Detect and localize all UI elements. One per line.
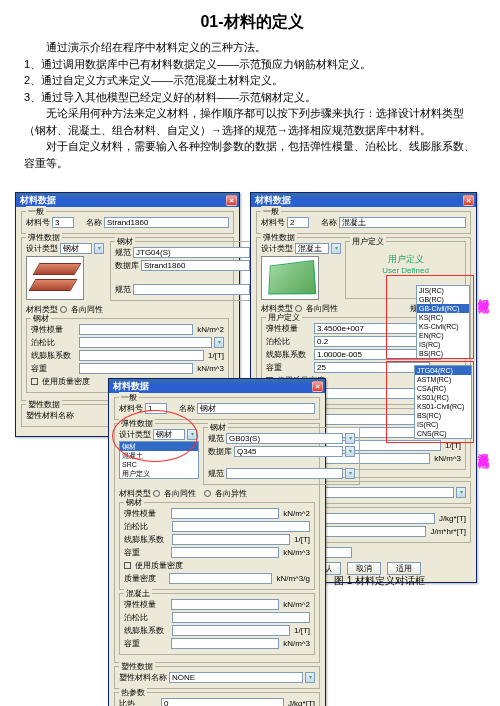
chk-use-mass[interactable] xyxy=(124,562,131,569)
list-item[interactable]: ASTM(RC) xyxy=(415,375,471,384)
unit-g: kN/m^3 xyxy=(283,548,310,557)
input-name[interactable] xyxy=(339,217,466,228)
radio-iso[interactable] xyxy=(60,306,67,313)
select-code2[interactable] xyxy=(133,284,250,295)
chk-use-mass[interactable] xyxy=(31,378,38,385)
titlebar[interactable]: 材料数据 × xyxy=(251,193,476,207)
chevron-down-icon[interactable]: ▾ xyxy=(331,243,341,254)
titlebar[interactable]: 材料数据 × xyxy=(109,379,325,393)
input-sh[interactable] xyxy=(161,698,284,707)
legend-general: 一般 xyxy=(26,206,46,217)
chevron-down-icon[interactable]: ▾ xyxy=(345,468,355,479)
unit-gc: kN/m^3 xyxy=(283,639,310,648)
input-E[interactable] xyxy=(171,508,279,519)
steel-code-list[interactable]: JIS(RC) GB(RC) GB-Civil(RC) KS(RC) KS-Ci… xyxy=(416,285,470,359)
input-a[interactable] xyxy=(79,350,204,361)
input-mass[interactable] xyxy=(169,573,272,584)
label-g: 容重 xyxy=(31,363,77,374)
chevron-down-icon[interactable]: ▾ xyxy=(345,433,355,444)
list-item[interactable]: IS(RC) xyxy=(415,420,471,429)
chevron-down-icon[interactable]: ▾ xyxy=(214,337,224,348)
select-plname[interactable] xyxy=(311,487,454,498)
list-item[interactable]: CNS(RC) xyxy=(415,429,471,438)
list-item[interactable]: CSA(RC) xyxy=(415,384,471,393)
select-code[interactable] xyxy=(226,433,343,444)
list-item[interactable]: SRC xyxy=(120,460,198,469)
close-icon[interactable]: × xyxy=(312,381,323,392)
list-item[interactable]: 钢材 xyxy=(120,442,198,451)
label-a: 线膨胀系数 xyxy=(124,534,170,545)
select-code2[interactable] xyxy=(226,468,343,479)
input-nuc[interactable] xyxy=(172,612,310,623)
input-a[interactable] xyxy=(172,534,290,545)
list-item[interactable]: JIS(RC) xyxy=(417,286,469,295)
type-option-list[interactable]: 钢材 混凝土 SRC 用户定义 xyxy=(119,441,199,479)
input-g[interactable] xyxy=(314,362,430,373)
figure-caption: 图 1 材料定义对话框 xyxy=(334,574,425,588)
radio-iso[interactable] xyxy=(153,490,160,497)
chevron-down-icon[interactable]: ▾ xyxy=(305,672,315,683)
input-E[interactable] xyxy=(314,323,430,334)
input-E[interactable] xyxy=(79,324,193,335)
list-item[interactable]: GB(RC) xyxy=(417,295,469,304)
unit-sh: J/kg*[T] xyxy=(439,514,466,523)
legend-elastic: 弹性数据 xyxy=(119,418,155,429)
input-no[interactable] xyxy=(52,217,74,228)
titlebar[interactable]: 材料数据 × xyxy=(16,193,239,207)
list-item[interactable]: BS(RC) xyxy=(415,411,471,420)
chevron-down-icon[interactable]: ▾ xyxy=(187,429,197,440)
close-icon[interactable]: × xyxy=(463,195,474,206)
radio-ortho[interactable] xyxy=(204,490,211,497)
list-item[interactable]: KS01-Civil(RC) xyxy=(415,402,471,411)
select-db[interactable] xyxy=(234,446,343,457)
label-name: 名称 xyxy=(179,403,195,414)
list-item[interactable]: GB-Civil(RC) xyxy=(417,304,469,313)
list-item[interactable]: IS(RC) xyxy=(417,340,469,349)
steel-props-section: 钢材 弹性模量kN/m^2 泊松比 线膨胀系数1/[T] 容重kN/m^3 使用… xyxy=(119,502,315,590)
list-item[interactable]: 用户定义 xyxy=(120,469,198,478)
input-nu[interactable] xyxy=(79,337,212,348)
input-Ec[interactable] xyxy=(314,414,430,425)
label-name: 名称 xyxy=(86,217,102,228)
input-g[interactable] xyxy=(79,363,193,374)
method-1: 1、通过调用数据库中已有材料数据定义——示范预应力钢筋材料定义。 xyxy=(24,56,480,73)
list-item[interactable]: EN(RC) xyxy=(417,331,469,340)
select-db[interactable] xyxy=(141,260,250,271)
label-E: 弹性模量 xyxy=(124,508,169,519)
unit-E: kN/m^2 xyxy=(197,325,224,334)
input-name[interactable] xyxy=(104,217,229,228)
input-nu[interactable] xyxy=(172,521,310,532)
input-no[interactable] xyxy=(145,403,167,414)
list-item[interactable]: 混凝土 xyxy=(120,451,198,460)
concrete-props-section: 混凝土 弹性模量kN/m^2 泊松比 线膨胀系数1/[T] 容重kN/m^3 xyxy=(119,593,315,655)
concrete-code-list[interactable]: JTG04(RC) ASTM(RC) CSA(RC) KS01(RC) KS01… xyxy=(414,365,472,439)
legend-userdef: 用户定义 xyxy=(350,236,386,247)
label-nu: 泊松比 xyxy=(31,337,77,348)
select-type[interactable] xyxy=(60,243,92,254)
list-item[interactable]: JTG04(RC) xyxy=(415,366,471,375)
radio-iso[interactable] xyxy=(295,305,302,312)
text-userdef-en: User Defined xyxy=(350,266,461,275)
legend-steel2: 钢材 xyxy=(124,497,144,508)
select-plname[interactable] xyxy=(169,672,303,683)
select-code[interactable] xyxy=(133,247,250,258)
list-item[interactable]: BS(RC) xyxy=(417,349,469,358)
chevron-down-icon[interactable]: ▾ xyxy=(94,243,104,254)
input-mass[interactable] xyxy=(314,388,423,399)
list-item[interactable]: KS01(RC) xyxy=(415,393,471,402)
label-use-mass: 使用质量密度 xyxy=(135,560,183,571)
close-icon[interactable]: × xyxy=(226,195,237,206)
chevron-down-icon[interactable]: ▾ xyxy=(345,446,355,457)
label-concrete-code: 混凝土规范 xyxy=(476,444,491,449)
input-Ec[interactable] xyxy=(171,599,279,610)
input-no[interactable] xyxy=(287,217,309,228)
chevron-down-icon[interactable]: ▾ xyxy=(456,487,466,498)
input-ac[interactable] xyxy=(172,625,290,636)
list-item[interactable]: KS(RC) xyxy=(417,313,469,322)
input-g[interactable] xyxy=(171,547,279,558)
input-name[interactable] xyxy=(197,403,315,414)
select-type[interactable] xyxy=(295,243,329,254)
input-gc[interactable] xyxy=(171,638,279,649)
select-type[interactable] xyxy=(153,429,185,440)
list-item[interactable]: KS-Civil(RC) xyxy=(417,322,469,331)
